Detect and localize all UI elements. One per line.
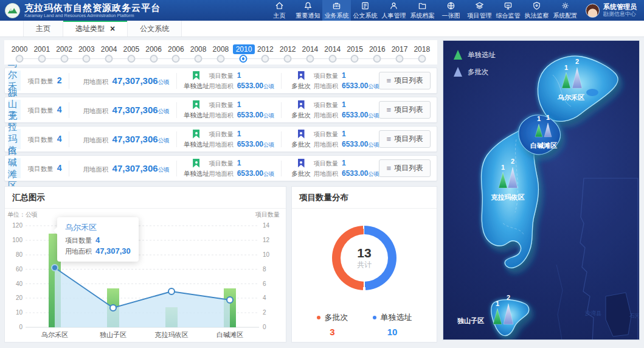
donut-panel: 项目数量分布 13 共计 多批次 3 单独选址: [291, 186, 437, 343]
year-item[interactable]: 2004: [99, 44, 119, 64]
year-item[interactable]: 2012: [277, 44, 298, 64]
svg-text:1: 1: [537, 115, 541, 122]
project-list-button[interactable]: ≡项目列表: [379, 159, 431, 177]
mail-icon: [361, 1, 370, 10]
tab-site-selection-type[interactable]: 选址类型 ×: [63, 21, 128, 37]
single-select-stats: 项目数量1 用地面积6533.00公顷: [209, 71, 274, 91]
nav-item-home[interactable]: 主页: [265, 0, 294, 21]
year-item[interactable]: 2001: [32, 44, 52, 64]
blue-triangle-icon: [454, 67, 462, 77]
single-select-badge: 单独选址: [184, 100, 209, 120]
year-item[interactable]: 2002: [54, 44, 75, 64]
svg-text:2: 2: [511, 158, 514, 165]
year-item[interactable]: 2014: [322, 44, 343, 64]
project-list-button[interactable]: ≡项目列表: [379, 130, 431, 148]
year-item-selected[interactable]: 2010: [233, 44, 254, 64]
tab-home[interactable]: 主页: [23, 21, 63, 37]
mountain-logo-icon: [6, 4, 19, 17]
single-select-badge: 单独选址: [184, 159, 209, 178]
year-item[interactable]: 2017: [389, 44, 410, 64]
nav-item-hr[interactable]: 人事管理: [379, 0, 408, 21]
line-point: [227, 297, 233, 303]
svg-text:0: 0: [19, 324, 23, 330]
legend-dot-blue: [373, 316, 376, 319]
svg-text:1: 1: [564, 64, 568, 71]
region-name-cell[interactable]: 白碱滩区: [8, 158, 21, 178]
project-list-button[interactable]: ≡项目列表: [379, 101, 431, 119]
svg-text:乌尔禾区: 乌尔禾区: [41, 331, 68, 338]
nav-item-projects[interactable]: 项目管理: [465, 0, 494, 21]
year-item[interactable]: 2006: [144, 44, 164, 64]
donut-legend: 多批次 3 单独选址 10: [317, 312, 412, 337]
land-area-value: 47,307,306公顷: [113, 134, 170, 145]
map-legend: 单独选址 多批次: [454, 50, 496, 77]
nav-item-settings[interactable]: 系统配置: [551, 0, 580, 21]
bookmark-green-icon: [193, 100, 199, 110]
single-select-stats: 项目数量1 用地面积6533.00公顷: [209, 100, 274, 120]
year-item[interactable]: 2003: [76, 44, 97, 64]
bookmark-blue-icon: [298, 159, 305, 168]
year-item[interactable]: 2008: [210, 44, 231, 64]
line-point-active: [52, 265, 58, 271]
project-list-button[interactable]: ≡项目列表: [379, 72, 431, 89]
project-count-value: 4: [57, 134, 62, 144]
svg-text:10: 10: [263, 251, 270, 258]
green-triangle-icon: [454, 50, 462, 60]
svg-text:1: 1: [496, 300, 499, 307]
year-item[interactable]: 2018: [412, 44, 432, 64]
tab-official-documents[interactable]: 公文系统: [128, 21, 182, 37]
nav-item-notices[interactable]: 重要通知: [294, 0, 322, 21]
nav-item-supervision[interactable]: 综合监管: [494, 0, 522, 21]
map-lake: [586, 89, 598, 96]
list-icon: ≡: [386, 135, 391, 143]
svg-text:1: 1: [501, 164, 505, 171]
svg-text:白碱滩区: 白碱滩区: [216, 331, 243, 338]
map-neighbor-outline: 沙湾县 石河子: [556, 178, 640, 340]
nav-item-business[interactable]: 业务系统: [322, 0, 351, 21]
year-item[interactable]: 2015: [344, 44, 365, 64]
multi-batch-stats: 项目数量1 用地面积6533.00公顷: [314, 100, 379, 120]
chart-tooltip: 乌尔禾区 项目数量4 用地面积47,307,30: [57, 217, 139, 262]
table-row: 克拉玛依区 项目数量4 用地面积47,307,306公顷 单独选址 项目数量1 …: [4, 126, 437, 152]
bookmark-green-icon: [193, 71, 199, 80]
panel-title: 项目数量分布: [292, 187, 437, 209]
close-icon[interactable]: ×: [110, 24, 115, 33]
map-svg: 沙湾县 石河子 1 2 乌尔禾: [443, 41, 640, 340]
project-count-value: 4: [57, 163, 62, 173]
nav-item-map[interactable]: 一张图: [437, 0, 465, 21]
bookmark-blue-icon: [298, 100, 305, 110]
nav-item-documents[interactable]: 公文系统: [351, 0, 379, 21]
year-item[interactable]: 2014: [300, 44, 320, 64]
tab-bar: 主页 选址类型 × 公文系统: [0, 21, 644, 37]
legend-item-multi-batch[interactable]: 多批次 3: [317, 312, 348, 337]
multi-batch-stats: 项目数量1 用地面积6533.00公顷: [314, 71, 379, 91]
year-item[interactable]: 2005: [121, 44, 142, 64]
main-nav: 主页 重要通知 业务系统 公文系统 人事管理 系统档案 一张图 项目管理: [265, 0, 580, 21]
map-background-label: 沙湾县: [584, 310, 601, 316]
year-item[interactable]: 2000: [9, 44, 30, 64]
nav-item-archives[interactable]: 系统档案: [408, 0, 437, 21]
project-count-value: 4: [57, 105, 62, 114]
svg-text:14: 14: [263, 222, 270, 229]
user-menu[interactable]: 系统管理员 勘测信息中心: [580, 0, 644, 21]
app-header: 克拉玛依市自然资源政务云平台 Karamay Land and Resource…: [0, 0, 644, 21]
year-item[interactable]: 2016: [367, 44, 387, 64]
user-department: 勘测信息中心: [603, 11, 637, 18]
nav-item-enforcement[interactable]: 执法监察: [522, 0, 551, 21]
year-timeline: 2000 2001 2002 2003 2004 2005 2006 2006 …: [4, 40, 437, 64]
year-item[interactable]: 2006: [165, 44, 186, 64]
year-item[interactable]: 2012: [255, 44, 275, 64]
svg-text:10: 10: [16, 309, 23, 316]
table-row: 白碱滩区 项目数量4 用地面积47,307,306公顷 单独选址 项目数量1 用…: [4, 155, 437, 181]
bookmark-blue-icon: [298, 130, 305, 139]
table-row: 乌尔禾区 项目数量2 用地面积47,307,306公顷 单独选址 项目数量1 用…: [4, 68, 437, 94]
legend-item-single-select[interactable]: 单独选址 10: [373, 312, 412, 337]
year-item[interactable]: 2008: [188, 44, 209, 64]
svg-text:1: 1: [546, 114, 550, 121]
line-point: [168, 288, 175, 294]
map-legend-single: 单独选址: [454, 50, 496, 60]
globe-icon: [446, 1, 455, 10]
legend-dot-orange: [317, 316, 320, 319]
map-panel: 单独选址 多批次: [443, 40, 640, 340]
map-region-wuerhe[interactable]: [538, 56, 618, 121]
